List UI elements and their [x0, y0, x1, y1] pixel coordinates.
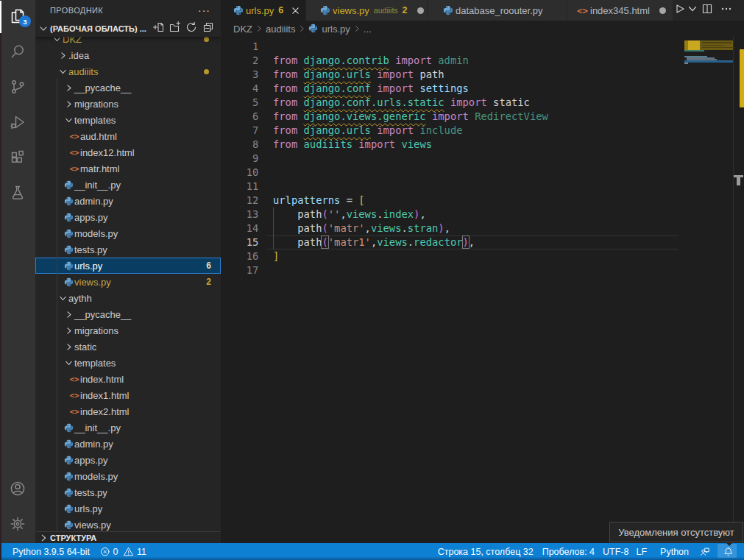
code-line-2[interactable]: 2from django.contrib import admin [221, 54, 692, 68]
tab-views.py[interactable]: views.pyaudiiits2 [306, 0, 427, 21]
tree-item-migrations[interactable]: migrations [35, 96, 221, 112]
tree-item-tests.py[interactable]: tests.py [35, 484, 221, 500]
workspace-section-header[interactable]: (РАБОЧАЯ ОБЛАСТЬ) ... [35, 21, 221, 37]
refresh-explorer-button[interactable] [184, 21, 198, 36]
tree-item-migrations[interactable]: migrations [35, 322, 221, 339]
code-line-12[interactable]: 12urlpatterns = [ [221, 194, 692, 208]
new-folder-button[interactable] [167, 21, 181, 36]
tree-item-aud.html[interactable]: <>aud.html [35, 128, 221, 144]
activity-item-testing[interactable] [0, 177, 35, 212]
code-line-5[interactable]: 5from django.conf.urls.static import sta… [221, 96, 692, 110]
line-number: 5 [221, 96, 258, 110]
tree-item-urls.py[interactable]: urls.py6 [35, 258, 221, 274]
feedback-icon[interactable] [700, 547, 710, 557]
new-file-button[interactable] [150, 21, 164, 36]
tab-problems-badge: 6 [278, 5, 283, 15]
tree-item-index1.html[interactable]: <>index1.html [35, 387, 221, 403]
breadcrumb-item[interactable]: DKZ [233, 24, 252, 35]
tree-item-apps.py[interactable]: apps.py [35, 452, 221, 468]
run-dropdown-button[interactable] [688, 2, 697, 18]
tree-indent-guide [57, 78, 57, 531]
status-indentation[interactable]: Пробелов: 4 [542, 547, 595, 557]
tree-item-models.py[interactable]: models.py [35, 468, 221, 484]
collapse-folders-button[interactable] [201, 21, 215, 36]
tree-item-admin.py[interactable]: admin.py [35, 193, 221, 209]
tree-item-apps.py[interactable]: apps.py [35, 209, 221, 225]
breadcrumb-item[interactable]: ... [364, 24, 372, 35]
code-line-9[interactable]: 9 [221, 152, 692, 166]
tree-item-__pycache__[interactable]: __pycache__ [35, 306, 221, 322]
tree-item-matr.html[interactable]: <>matr.html [35, 160, 221, 177]
modified-dot[interactable] [659, 7, 666, 14]
activity-item-extensions[interactable] [0, 141, 35, 177]
run-python-file-button[interactable] [673, 2, 685, 18]
breadcrumb-item[interactable]: audiiits [266, 24, 295, 35]
tree-item-label: matr.html [80, 163, 119, 174]
code-line-14[interactable]: 14 path('matr',views.stran), [221, 221, 692, 235]
tree-item-audiiits[interactable]: audiiits [35, 63, 221, 79]
activity-item-explorer[interactable]: 3 [0, 0, 35, 35]
tree-item-urls.py[interactable]: urls.py [35, 500, 221, 517]
status-language[interactable]: Python [660, 547, 689, 557]
activity-item-accounts[interactable] [0, 472, 35, 508]
status-problems[interactable]: 011 [100, 547, 146, 557]
tree-item-templates[interactable]: templates [35, 112, 221, 128]
breadcrumb-item[interactable]: urls.py [322, 24, 350, 35]
code-line-13[interactable]: 13 path('',views.index), [221, 208, 692, 221]
tree-item-aythh[interactable]: aythh [35, 290, 221, 306]
close-icon[interactable] [289, 4, 301, 16]
tree-item-index2.html[interactable]: <>index2.html [35, 403, 221, 419]
tree-item-views.py[interactable]: views.py [35, 517, 221, 533]
code-line-16[interactable]: 16] [221, 249, 692, 263]
tree-item-__pycache__[interactable]: __pycache__ [35, 79, 221, 96]
code-line-1[interactable]: 1 [221, 40, 692, 54]
tab-database_roouter.py[interactable]: database_roouter.py [428, 0, 567, 21]
tree-item-index12.html[interactable]: <>index12.html [35, 144, 221, 160]
tree-item-admin.py[interactable]: admin.py [35, 436, 221, 452]
line-text: from audiiits import views [273, 138, 432, 152]
code-line-4[interactable]: 4from django.conf import settings [221, 82, 692, 96]
status-cursor-position[interactable]: Строка 15, столбец 32 [438, 547, 534, 557]
code-line-15[interactable]: 15 path('matr1',views.redactor), [221, 235, 692, 249]
code-line-10[interactable]: 10 [221, 166, 692, 180]
modified-dot[interactable] [417, 7, 424, 14]
code-line-11[interactable]: 11 [221, 180, 692, 194]
sidebar-more-icon[interactable]: ··· [198, 7, 210, 14]
code-line-6[interactable]: 6from django.views.generic import Redire… [221, 110, 692, 124]
tab-urls.py[interactable]: urls.py6 [221, 0, 305, 21]
code-editor[interactable]: 12from django.contrib import admin3from … [221, 37, 744, 543]
split-editor-button[interactable] [701, 2, 713, 18]
code-token: static [493, 96, 530, 108]
tree-item-index.html[interactable]: <>index.html [35, 371, 221, 387]
activity-item-settings[interactable] [0, 508, 35, 543]
tree-item-templates[interactable]: templates [35, 355, 221, 371]
code-line-8[interactable]: 8from audiiits import views [221, 138, 692, 152]
code-line-7[interactable]: 7from django.urls import include [221, 124, 692, 138]
activity-item-run-and-debug[interactable] [0, 106, 35, 141]
python-file-icon [63, 454, 74, 466]
refresh-icon [185, 21, 197, 36]
tree-item-__init__.py[interactable]: __init__.py [35, 419, 221, 436]
activity-item-source-control[interactable] [0, 71, 35, 106]
tree-item-tests.py[interactable]: tests.py [35, 241, 221, 258]
tree-item-static[interactable]: static [35, 339, 221, 355]
tree-item-label: __pycache__ [74, 309, 131, 320]
minimap[interactable] [684, 37, 733, 543]
code-line-3[interactable]: 3from django.urls import path [221, 68, 692, 82]
line-number: 16 [221, 249, 258, 263]
code-token: django.urls [304, 124, 371, 136]
line-number: 15 [221, 235, 258, 249]
tree-item-models.py[interactable]: models.py [35, 225, 221, 241]
tab-index345.html[interactable]: <>index345.html [567, 0, 673, 21]
code-token: , [340, 208, 346, 220]
more-actions-button[interactable] [720, 2, 732, 18]
tree-item-__init__.py[interactable]: __init__.py [35, 177, 221, 193]
outline-section-header[interactable]: СТРУКТУРА [35, 531, 221, 543]
tree-item-.idea[interactable]: .idea [35, 47, 221, 63]
tree-item-views.py[interactable]: views.py2 [35, 274, 221, 290]
status-encoding[interactable]: UTF-8 [603, 547, 628, 557]
activity-item-search[interactable] [0, 35, 35, 71]
status-eol[interactable]: LF [636, 547, 647, 557]
code-line-17[interactable]: 17 [221, 263, 692, 277]
status-interpreter[interactable]: Python 3.9.5 64-bit [13, 547, 90, 557]
